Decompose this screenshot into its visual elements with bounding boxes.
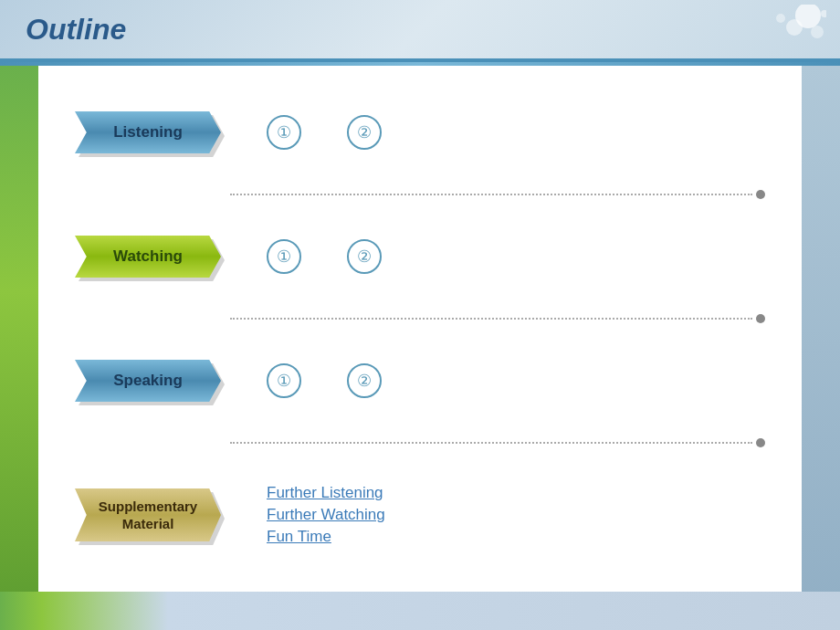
- speaking-row: Speaking ① ②: [75, 360, 765, 402]
- page-wrapper: Outline Listening ①: [0, 0, 840, 630]
- watching-row: Watching ① ②: [75, 236, 765, 278]
- bottom-accent: [0, 592, 840, 630]
- speaking-circle-1[interactable]: ①: [267, 363, 301, 398]
- watching-tag[interactable]: Watching: [75, 236, 221, 278]
- listening-tag-wrapper: Listening: [75, 111, 230, 153]
- dotted-line-1: [230, 194, 752, 195]
- right-accent: [802, 66, 840, 630]
- header-decoration: [744, 5, 826, 59]
- watching-circle-1[interactable]: ①: [267, 239, 301, 274]
- svg-point-2: [811, 26, 824, 38]
- further-listening-link[interactable]: Further Listening: [267, 484, 385, 502]
- separator-2: [75, 314, 765, 323]
- speaking-circles: ① ②: [267, 363, 765, 398]
- svg-point-1: [786, 19, 803, 36]
- watching-circle-2[interactable]: ②: [347, 239, 382, 274]
- listening-tag[interactable]: Listening: [75, 111, 221, 153]
- left-accent: [0, 66, 38, 630]
- dot-end-2: [756, 314, 765, 323]
- separator-1: [75, 190, 765, 199]
- supplementary-links: Further Listening Further Watching Fun T…: [267, 484, 385, 546]
- listening-row: Listening ① ②: [75, 111, 765, 153]
- page-title: Outline: [26, 13, 126, 47]
- dot-end-1: [756, 190, 765, 199]
- main-content: Listening ① ② Watching: [38, 66, 802, 592]
- separator-3: [75, 438, 765, 447]
- supplementary-tag-wrapper: Supplementary Material: [75, 488, 230, 541]
- header: Outline: [0, 0, 840, 62]
- supplementary-row: Supplementary Material Further Listening…: [75, 484, 765, 546]
- fun-time-link[interactable]: Fun Time: [267, 528, 385, 546]
- dot-end-3: [756, 438, 765, 447]
- dotted-line-2: [230, 318, 752, 320]
- watching-tag-wrapper: Watching: [75, 236, 230, 278]
- speaking-tag[interactable]: Speaking: [75, 360, 221, 402]
- svg-point-3: [776, 14, 785, 23]
- dotted-line-3: [230, 442, 752, 444]
- speaking-circle-2[interactable]: ②: [347, 363, 382, 398]
- speaking-tag-wrapper: Speaking: [75, 360, 230, 402]
- supplementary-tag[interactable]: Supplementary Material: [75, 488, 221, 541]
- watching-circles: ① ②: [267, 239, 765, 274]
- listening-circles: ① ②: [267, 115, 765, 150]
- svg-point-4: [821, 10, 826, 17]
- listening-circle-1[interactable]: ①: [267, 115, 301, 150]
- listening-circle-2[interactable]: ②: [347, 115, 382, 150]
- further-watching-link[interactable]: Further Watching: [267, 506, 385, 524]
